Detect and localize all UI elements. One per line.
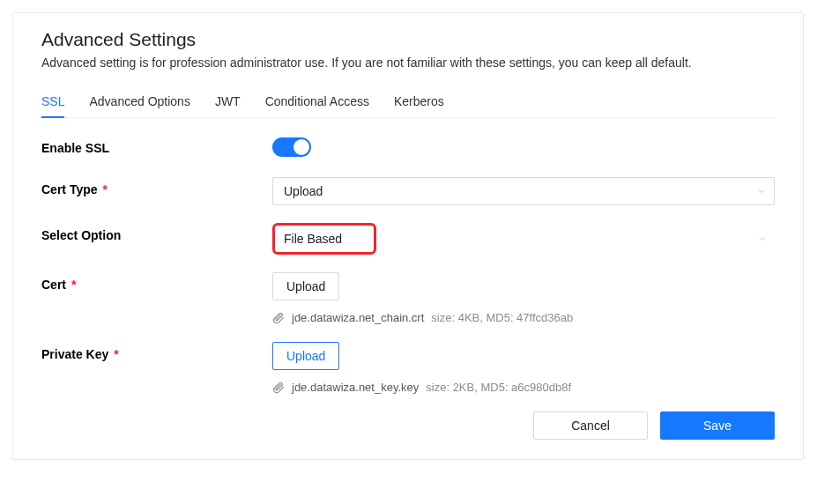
- row-cert: Cert * Upload jde.datawiza.net_chain.crt…: [41, 272, 775, 324]
- required-mark: *: [114, 347, 118, 361]
- toggle-enable-ssl[interactable]: [272, 137, 311, 157]
- paperclip-icon: [272, 312, 285, 324]
- label-private-key-text: Private Key: [41, 347, 108, 361]
- footer: Cancel Save: [41, 411, 775, 440]
- row-private-key: Private Key * Upload jde.datawiza.net_ke…: [41, 342, 775, 394]
- label-cert-text: Cert: [41, 278, 66, 292]
- chevron-down-icon: [757, 233, 768, 244]
- cert-attachment: jde.datawiza.net_chain.crt size: 4KB, MD…: [272, 311, 775, 324]
- tab-kerberos[interactable]: Kerberos: [394, 89, 444, 117]
- tab-advanced-options[interactable]: Advanced Options: [89, 89, 189, 117]
- select-option-value: File Based: [284, 232, 342, 246]
- row-enable-ssl: Enable SSL: [41, 136, 775, 159]
- save-button[interactable]: Save: [660, 411, 775, 440]
- toggle-knob: [293, 139, 309, 155]
- select-option[interactable]: File Based: [272, 223, 376, 255]
- tabs: SSL Advanced Options JWT Conditional Acc…: [41, 89, 775, 118]
- private-key-file-name: jde.datawiza.net_key.key: [292, 381, 419, 394]
- upload-private-key-button[interactable]: Upload: [272, 342, 339, 370]
- private-key-file-meta: size: 2KB, MD5: a6c980db8f: [426, 381, 571, 394]
- label-enable-ssl: Enable SSL: [41, 136, 272, 155]
- label-select-option: Select Option: [41, 223, 272, 242]
- label-cert-type-text: Cert Type: [41, 182, 98, 196]
- label-cert-type: Cert Type *: [41, 177, 272, 196]
- required-mark: *: [71, 278, 76, 292]
- upload-cert-button[interactable]: Upload: [272, 272, 339, 300]
- cert-file-name: jde.datawiza.net_chain.crt: [292, 311, 424, 324]
- tab-conditional-access[interactable]: Conditional Access: [265, 89, 369, 117]
- chevron-down-icon: [756, 186, 767, 196]
- label-cert: Cert *: [41, 272, 272, 292]
- label-private-key: Private Key *: [41, 342, 272, 361]
- tab-jwt[interactable]: JWT: [215, 89, 241, 117]
- page-title: Advanced Settings: [41, 29, 775, 50]
- cert-file-meta: size: 4KB, MD5: 47ffcd36ab: [431, 311, 573, 324]
- advanced-settings-panel: Advanced Settings Advanced setting is fo…: [12, 12, 804, 460]
- private-key-attachment: jde.datawiza.net_key.key size: 2KB, MD5:…: [272, 381, 775, 394]
- select-cert-type-value: Upload: [284, 184, 323, 198]
- page-subtitle: Advanced setting is for profession admin…: [41, 56, 775, 70]
- paperclip-icon: [272, 382, 285, 394]
- row-cert-type: Cert Type * Upload: [41, 177, 775, 205]
- select-cert-type[interactable]: Upload: [272, 177, 775, 205]
- required-mark: *: [102, 182, 107, 196]
- cancel-button[interactable]: Cancel: [533, 411, 648, 440]
- row-select-option: Select Option File Based: [41, 223, 775, 255]
- tab-ssl[interactable]: SSL: [41, 89, 64, 117]
